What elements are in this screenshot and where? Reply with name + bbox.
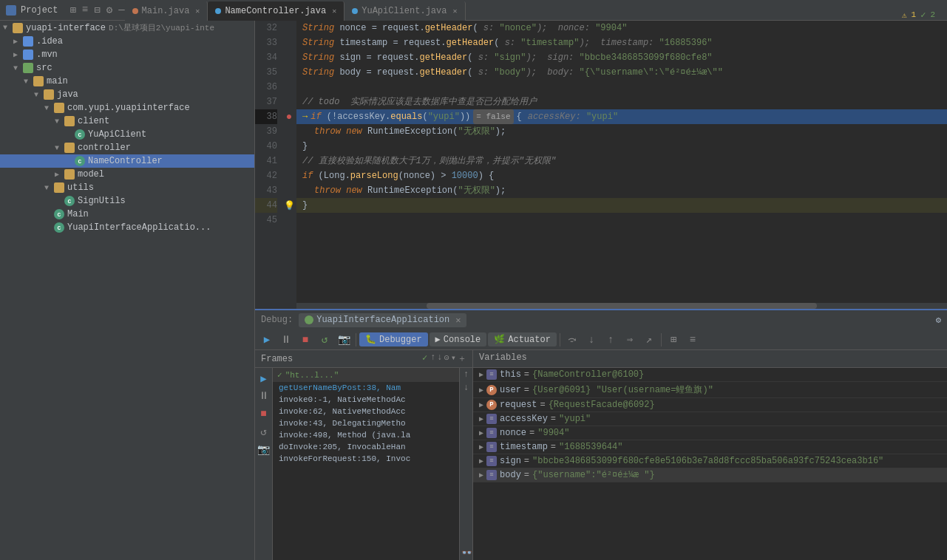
frames-check-item[interactable]: ✓ "ht...l..." xyxy=(273,368,459,382)
glasses-btn[interactable]: 👓 xyxy=(460,546,472,560)
folder-icon-main xyxy=(33,76,44,86)
actuator-tab[interactable]: 🌿 Actuator xyxy=(488,332,557,346)
tree-item-yuapiclient[interactable]: ▶ C YuApiClient xyxy=(0,128,254,141)
code-line-42: if (Long.parseLong(nonce) > 10000) { xyxy=(296,168,947,183)
frame-item-3[interactable]: invoke:43, DelegatingMetho xyxy=(273,417,459,429)
step-into-btn[interactable]: ↓ xyxy=(583,332,600,348)
pause-btn[interactable]: ⏸ xyxy=(277,332,295,348)
pause-lt-btn[interactable]: ⏸ xyxy=(257,389,271,403)
project-title: Project xyxy=(21,5,58,16)
console-label: Console xyxy=(444,335,481,345)
scrollbar-thumb[interactable] xyxy=(427,303,817,309)
var-type-timestamp: ≡ xyxy=(486,442,497,452)
frame-item-2[interactable]: invoke:62, NativeMethodAcc xyxy=(273,406,459,417)
code-line-39: throw new RuntimeException("无权限"); xyxy=(296,124,947,139)
frame-item-5[interactable]: doInvoke:205, InvocableHan xyxy=(273,441,459,453)
frame-item-4[interactable]: invoke:498, Method (java.la xyxy=(273,429,459,441)
var-eq-user: = xyxy=(524,385,529,395)
label-com: com.yupi.yuapiinterface xyxy=(67,103,190,113)
panels-header: Frames ✓ ↑ ↓ ⊝ ▾ ＋ Variables xyxy=(255,350,947,368)
resume-lt-btn[interactable]: ▶ xyxy=(257,371,271,386)
var-request[interactable]: ▶ P request = {RequestFacade@6092} xyxy=(473,398,947,412)
tree-item-client[interactable]: ▼ client xyxy=(0,115,254,128)
frames-menu-btn[interactable]: ▾ xyxy=(451,352,456,365)
tree-item-model[interactable]: ▶ model xyxy=(0,168,254,181)
frames-down-btn[interactable]: ↓ xyxy=(437,352,442,365)
restore-layout-btn[interactable]: ⊞ xyxy=(665,332,682,348)
arrow-utils: ▼ xyxy=(44,184,52,192)
tree-item-main-class[interactable]: ▶ C Main xyxy=(0,208,254,221)
frame-item-6[interactable]: invokeForRequest:150, Invoc xyxy=(273,453,459,465)
minimize-icon[interactable]: — xyxy=(118,4,124,16)
camera-btn[interactable]: 📷 xyxy=(335,332,353,348)
run-to-cursor-btn[interactable]: ⇒ xyxy=(621,332,639,348)
camera-lt-btn[interactable]: 📷 xyxy=(257,442,271,457)
tree-item-signutils[interactable]: ▶ C SignUtils xyxy=(0,194,254,208)
tab-close-main[interactable]: ✕ xyxy=(195,7,200,16)
debug-bar: Debug: YuapiInterfaceApplication ✕ ⚙ xyxy=(255,309,947,329)
tree-item-src[interactable]: ▼ src xyxy=(0,61,254,75)
frames-add-btn[interactable]: ＋ xyxy=(458,352,466,365)
debug-app-tab[interactable]: YuapiInterfaceApplication ✕ xyxy=(299,313,466,327)
frames-filter-btn[interactable]: ⊝ xyxy=(444,352,449,365)
tree-item-utils[interactable]: ▼ utils xyxy=(0,181,254,194)
tree-item-java[interactable]: ▼ java xyxy=(0,88,254,101)
rerun-btn[interactable]: ↺ xyxy=(316,332,333,348)
split-icon[interactable]: ⊟ xyxy=(94,4,100,16)
breakpoint-icon[interactable]: ● xyxy=(286,112,292,122)
scroll-down-btn[interactable]: ↓ xyxy=(460,381,472,395)
rerun-lt-btn[interactable]: ↺ xyxy=(257,424,271,439)
debug-close[interactable]: ✕ xyxy=(455,315,461,326)
debugger-tab[interactable]: 🐛 Debugger xyxy=(359,332,428,346)
frames-title: Frames xyxy=(261,354,293,364)
label-model: model xyxy=(78,169,104,180)
var-body[interactable]: ▶ ≡ body = {"username":"é²¤é±¼æ "} xyxy=(473,468,947,482)
var-timestamp[interactable]: ▶ ≡ timestamp = "1688539644" xyxy=(473,440,947,454)
tab-main-java[interactable]: Main.java ✕ xyxy=(125,1,208,21)
debugger-label: Debugger xyxy=(379,335,422,345)
resume-btn[interactable]: ▶ xyxy=(258,332,276,348)
step-over-btn[interactable]: ⤼ xyxy=(563,332,581,348)
tab-close-yuapiclient[interactable]: ✕ xyxy=(452,7,457,16)
stop-btn[interactable]: ■ xyxy=(296,332,314,348)
tab-yuapiclient[interactable]: YuApiClient.java ✕ xyxy=(344,1,465,21)
tree-item-namecontroller[interactable]: ▶ C NameController xyxy=(0,154,254,168)
var-name-timestamp: timestamp xyxy=(500,442,548,452)
var-accesskey[interactable]: ▶ ≡ accessKey = "yupi" xyxy=(473,412,947,426)
var-user[interactable]: ▶ P user = {User@6091} "User(username=鲤鱼… xyxy=(473,382,947,398)
horizontal-scrollbar[interactable] xyxy=(296,303,947,309)
settings-btn-debug[interactable]: ⚙ xyxy=(936,315,941,326)
scroll-up-btn[interactable]: ↑ xyxy=(460,368,472,381)
tab-namecontroller[interactable]: NameController.java ✕ xyxy=(208,1,344,21)
tree-item-main[interactable]: ▼ main xyxy=(0,75,254,88)
console-tab[interactable]: ▶ Console xyxy=(430,332,487,346)
step-out-btn[interactable]: ↑ xyxy=(602,332,620,348)
layout-icon[interactable]: ⊞ xyxy=(69,4,75,16)
frame-item-0[interactable]: getUserNameByPost:38, Nam xyxy=(273,382,459,394)
bulb-icon[interactable]: 💡 xyxy=(284,200,295,211)
stop-lt-btn[interactable]: ■ xyxy=(257,406,271,421)
list-icon[interactable]: ≡ xyxy=(82,4,88,16)
tree-item-com[interactable]: ▼ com.yupi.yuapiinterface xyxy=(0,101,254,115)
tree-item-controller[interactable]: ▼ controller xyxy=(0,141,254,154)
var-sign[interactable]: ▶ ≡ sign = "bbcbe3486853099f680cfe8e5106… xyxy=(473,454,947,468)
var-name-this: this xyxy=(500,369,521,380)
frame-item-1[interactable]: invoke0:-1, NativeMethodAc xyxy=(273,394,459,406)
evaluate-btn[interactable]: ↗ xyxy=(640,332,658,348)
variables-panel: ▶ ≡ this = {NameController@6100} ▶ P use… xyxy=(473,368,947,560)
debug-label: Debug: xyxy=(261,315,293,325)
tree-item-mvn[interactable]: ▶ .mvn xyxy=(0,48,254,61)
code-line-43: throw new RuntimeException("无权限"); xyxy=(296,183,947,198)
tree-item-root[interactable]: ▼ yuapi-interface D:\星球项目2\yuapi-inte xyxy=(0,21,254,35)
tab-close-namecontroller[interactable]: ✕ xyxy=(332,7,336,16)
tree-item-idea[interactable]: ▶ .idea xyxy=(0,35,254,48)
settings-icon[interactable]: ⚙ xyxy=(106,4,112,16)
label-java: java xyxy=(57,89,78,100)
frame-label-0: getUserNameByPost:38, Nam xyxy=(279,383,401,392)
pin-btn[interactable]: ≡ xyxy=(684,332,702,348)
frames-up-btn[interactable]: ↑ xyxy=(430,352,435,365)
tree-item-application[interactable]: ▶ C YuapiInterfaceApplicatio... xyxy=(0,221,254,234)
var-nonce[interactable]: ▶ ≡ nonce = "9904" xyxy=(473,426,947,440)
var-this[interactable]: ▶ ≡ this = {NameController@6100} xyxy=(473,368,947,382)
tab-label-yuapiclient: YuApiClient.java xyxy=(362,6,447,16)
